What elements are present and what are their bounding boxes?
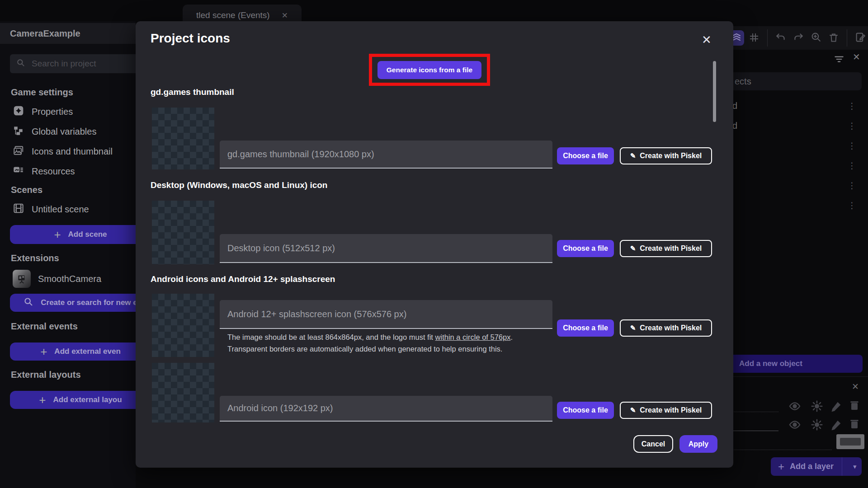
dialog-scrollbar-thumb[interactable]: [713, 61, 716, 122]
sidebar-item-properties[interactable]: Properties: [13, 103, 73, 121]
add-external-events-button[interactable]: + Add external even: [10, 343, 136, 361]
tab-title: tled scene (Events): [196, 10, 270, 20]
grid-icon: [749, 32, 760, 44]
object-row[interactable]: ⋮: [722, 198, 868, 212]
objects-search-box[interactable]: ects: [722, 72, 862, 90]
add-layer-button[interactable]: + Add a layer ▾: [771, 457, 862, 476]
chevron-down-icon[interactable]: ▾: [848, 463, 862, 470]
objects-panel-close-icon[interactable]: ✕: [853, 52, 860, 62]
sidebar-item-resources[interactable]: Resources: [13, 162, 75, 180]
create-with-piskel-button[interactable]: ✎ Create with Piskel: [620, 147, 712, 164]
section-label-gdgames: gd.games thumbnail: [151, 87, 234, 97]
piskel-label: Create with Piskel: [640, 324, 702, 332]
object-row[interactable]: d ⋮: [722, 119, 868, 132]
project-manager-panel: CameraExample Game settings Properties G…: [0, 21, 136, 488]
toolbar-divider: [847, 29, 847, 47]
create-with-piskel-button[interactable]: ✎ Create with Piskel: [620, 319, 712, 337]
generate-icons-button[interactable]: Generate icons from a file: [377, 61, 481, 79]
kebab-menu-icon[interactable]: ⋮: [848, 141, 856, 151]
add-scene-label: Add scene: [68, 230, 107, 239]
button-divider: [842, 457, 842, 476]
section-external-layouts: External layouts: [11, 370, 81, 380]
field-placeholder: gd.games thumbnail (868x488 px): [227, 149, 374, 160]
object-row[interactable]: ⋮: [722, 159, 868, 172]
kebab-menu-icon[interactable]: ⋮: [848, 200, 856, 211]
desktop-icon-field[interactable]: Desktop icon (512x512 px): [220, 234, 552, 263]
sidebar-item-label: Resources: [32, 166, 75, 177]
layer-edit-pencil-icon[interactable]: [830, 400, 843, 414]
sidebar-item-untitled-scene[interactable]: Untitled scene: [13, 200, 89, 218]
edit-sheet-icon: [855, 32, 866, 44]
search-extensions-button[interactable]: Create or search for new e: [10, 294, 136, 312]
redo-icon: [793, 32, 804, 45]
layers-panel-close-icon[interactable]: ✕: [852, 381, 859, 392]
search-icon: [24, 297, 33, 309]
gdgames-thumbnail-preview: [152, 108, 214, 169]
kebab-menu-icon[interactable]: ⋮: [848, 101, 856, 111]
android-icon-field[interactable]: Android icon (192x192 px): [220, 396, 552, 422]
layer-delete-trash-icon[interactable]: [848, 399, 861, 413]
sidebar-item-smoothcamera[interactable]: SmoothCamera: [13, 269, 101, 289]
project-header: CameraExample: [0, 23, 136, 44]
sidebar-item-label: Icons and thumbnail: [32, 146, 113, 157]
edit-scene-properties-button[interactable]: [853, 30, 868, 46]
gdgames-thumbnail-field[interactable]: gd.games thumbnail (868x488 px): [220, 141, 552, 169]
add-scene-button[interactable]: + Add scene: [10, 225, 136, 244]
layer-effects-icon[interactable]: [810, 399, 824, 415]
object-row[interactable]: ⋮: [722, 178, 868, 192]
layer-visibility-eye-icon[interactable]: [788, 418, 802, 433]
kebab-menu-icon[interactable]: ⋮: [848, 121, 856, 131]
layer-thumbnail-box[interactable]: [836, 434, 864, 449]
section-extensions: Extensions: [11, 253, 59, 263]
apply-button[interactable]: Apply: [679, 435, 717, 453]
redo-button[interactable]: [791, 30, 806, 46]
undo-button[interactable]: [773, 30, 788, 46]
undo-icon: [775, 32, 787, 45]
choose-file-button[interactable]: Choose a file: [557, 147, 614, 164]
film-frame-icon: [13, 202, 24, 216]
android-splashscreen-field[interactable]: Android 12+ splashscreen icon (576x576 p…: [220, 300, 552, 329]
grid-button[interactable]: [746, 30, 762, 46]
project-name: CameraExample: [10, 28, 80, 39]
kebab-menu-icon[interactable]: ⋮: [848, 180, 856, 191]
kebab-menu-icon[interactable]: ⋮: [848, 160, 856, 171]
sidebar-item-label: Properties: [32, 107, 73, 117]
layer-edit-pencil-icon[interactable]: [830, 418, 843, 433]
project-icons-dialog: Project icons ✕ Generate icons from a fi…: [136, 21, 733, 468]
android-helper-line2: Transparent borders are automatically ad…: [227, 345, 502, 353]
delete-button[interactable]: [826, 30, 841, 46]
objects-search-text: ects: [735, 76, 751, 87]
choose-file-button[interactable]: Choose a file: [557, 319, 614, 337]
search-input[interactable]: [31, 58, 112, 69]
choose-file-button[interactable]: Choose a file: [557, 240, 614, 257]
filter-icon[interactable]: [833, 54, 845, 66]
add-layer-label: Add a layer: [790, 462, 834, 471]
section-external-events: External events: [11, 321, 78, 332]
zoom-in-button[interactable]: [808, 30, 824, 46]
object-row[interactable]: d ⋮: [722, 99, 868, 113]
tab-close-icon[interactable]: ✕: [282, 11, 288, 20]
create-with-piskel-button[interactable]: ✎ Create with Piskel: [620, 240, 712, 257]
layer-thumbnail-inner: [840, 438, 861, 446]
piskel-label: Create with Piskel: [640, 152, 702, 160]
search-extensions-label: Create or search for new e: [41, 298, 136, 307]
create-with-piskel-button[interactable]: ✎ Create with Piskel: [620, 402, 712, 419]
variables-tree-icon: [13, 125, 24, 139]
cancel-button[interactable]: Cancel: [633, 435, 673, 453]
section-scenes: Scenes: [11, 185, 42, 195]
android-splashscreen-preview: [152, 294, 214, 357]
layer-visibility-eye-icon[interactable]: [788, 400, 802, 414]
project-search-box[interactable]: [10, 54, 136, 73]
helper-text: The image should be at least 864x864px, …: [227, 333, 435, 341]
sidebar-item-global-variables[interactable]: Global variables: [13, 122, 96, 141]
layer-delete-trash-icon[interactable]: [848, 418, 861, 432]
smoothcamera-extension-icon: [13, 270, 31, 288]
sidebar-item-icons-thumbnail[interactable]: Icons and thumbnail: [13, 142, 113, 160]
add-external-events-label: Add external even: [54, 347, 120, 356]
add-external-layouts-button[interactable]: + Add external layou: [10, 391, 136, 409]
dialog-close-icon[interactable]: ✕: [702, 33, 712, 47]
layer-effects-icon[interactable]: [810, 418, 824, 433]
choose-file-button[interactable]: Choose a file: [557, 402, 614, 419]
object-row[interactable]: ⋮: [722, 139, 868, 152]
add-new-object-button[interactable]: Add a new object: [721, 355, 863, 373]
